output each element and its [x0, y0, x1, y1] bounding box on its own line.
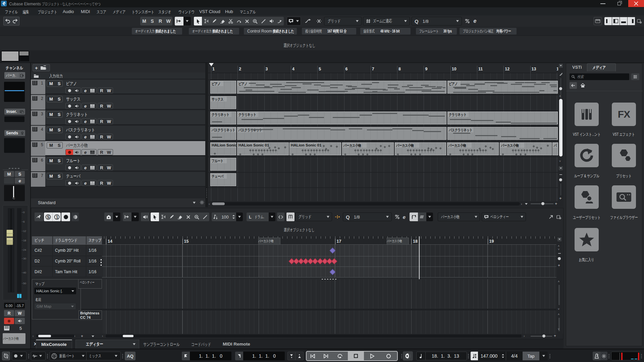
svg-text:1: 1 — [56, 215, 58, 220]
svg-text:S: S — [47, 215, 50, 220]
